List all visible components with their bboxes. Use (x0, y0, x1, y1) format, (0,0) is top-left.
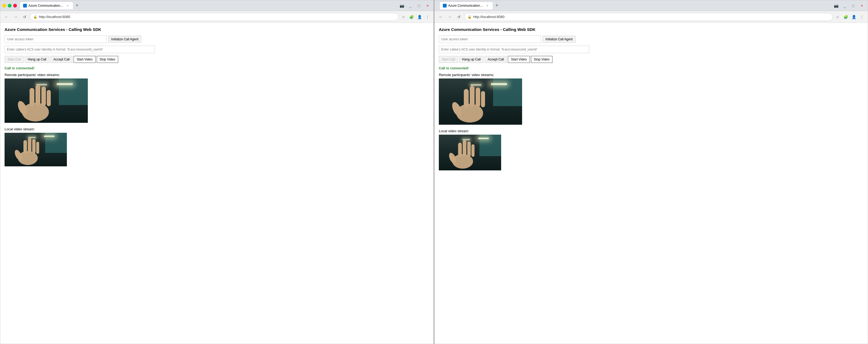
tab-close-left[interactable]: × (65, 3, 70, 8)
maximize-win-right[interactable]: □ (849, 2, 857, 9)
callee-row-right (439, 46, 863, 53)
svg-rect-4 (41, 87, 46, 106)
page-title-right: Azure Communication Services - Calling W… (439, 27, 863, 32)
token-input-left[interactable] (5, 35, 106, 43)
address-text-left: http://localhost:8080 (39, 15, 395, 19)
minimize-button-left[interactable] (2, 4, 6, 7)
hand-svg-wrapper-local-left (5, 133, 67, 166)
svg-rect-12 (28, 138, 31, 153)
address-text-right: http://localhost:8080 (473, 15, 829, 19)
accept-call-button-left[interactable]: Accept Call (51, 56, 73, 63)
menu-button-right[interactable]: ⋮ (858, 13, 866, 21)
bookmark-button-right[interactable]: ☆ (834, 13, 841, 21)
tab-bar-left: Azure Communication Servi... × + (20, 2, 397, 9)
callee-input-right[interactable] (439, 46, 589, 53)
address-bar-left[interactable]: 🔒 http://localhost:8080 (30, 13, 399, 21)
hang-up-button-left[interactable]: Hang up Call (25, 56, 49, 63)
back-button-right[interactable]: ← (437, 13, 445, 21)
minimize-win-right[interactable]: _ (841, 2, 848, 9)
close-button-left[interactable] (13, 4, 17, 7)
start-video-button-right[interactable]: Start Video (508, 56, 530, 63)
action-buttons-left: Start Call Hang up Call Accept Call Star… (5, 56, 429, 63)
callee-input-left[interactable] (5, 46, 155, 53)
hang-up-button-right[interactable]: Hang up Call (459, 56, 484, 63)
svg-rect-28 (467, 142, 470, 157)
reload-button-right[interactable]: ↺ (455, 13, 463, 21)
svg-rect-5 (47, 90, 51, 106)
nav-bar-right: ← → ↺ 🔒 http://localhost:8080 ☆ 🧩 👤 ⋮ (435, 11, 868, 23)
profile-button-right[interactable]: 👤 (850, 13, 858, 21)
minimize-win-left[interactable]: _ (407, 2, 414, 9)
reload-button-left[interactable]: ↺ (21, 13, 29, 21)
tab-favicon-left (23, 4, 27, 7)
profile-button-left[interactable]: 👤 (416, 13, 423, 21)
forward-button-left[interactable]: → (11, 13, 20, 21)
remote-label-left: Remote participants' video streams: (5, 73, 429, 77)
bookmark-button-left[interactable]: ☆ (400, 13, 407, 21)
accept-call-button-right[interactable]: Accept Call (485, 56, 507, 63)
camera-icon-left[interactable]: 📷 (398, 2, 406, 9)
tab-close-right[interactable]: × (485, 3, 490, 8)
window-controls-left (2, 4, 17, 7)
stop-video-button-right[interactable]: Stop Video (531, 56, 553, 63)
close-win-left[interactable]: × (424, 2, 431, 9)
chrome-icons-left: 📷 _ □ × (398, 2, 431, 9)
forward-button-right[interactable]: → (446, 13, 454, 21)
lock-icon-left: 🔒 (33, 15, 37, 19)
active-tab-left[interactable]: Azure Communication Servi... × (20, 2, 73, 9)
maximize-button-left[interactable] (8, 4, 11, 7)
new-tab-button-left[interactable]: + (73, 2, 81, 9)
svg-rect-3 (35, 85, 40, 106)
remote-video-content-left (5, 79, 88, 123)
svg-rect-11 (23, 140, 27, 154)
svg-rect-29 (471, 144, 474, 157)
close-win-right[interactable]: × (858, 2, 866, 9)
address-bar-right[interactable]: 🔒 http://localhost:8080 (464, 13, 833, 21)
lock-icon-right: 🔒 (468, 15, 472, 19)
remote-label-right: Remote participants' video streams: (439, 73, 863, 77)
hand-svg-wrapper-local-right (439, 135, 501, 170)
page-title-left: Azure Communication Services - Calling W… (5, 27, 429, 32)
title-bar-left: Azure Communication Servi... × + 📷 _ □ × (0, 0, 433, 11)
browser-window-right: Azure Communication Servi... × + 📷 _ □ ×… (434, 0, 868, 344)
init-call-agent-button-left[interactable]: Initialize Call Agent (108, 36, 141, 43)
new-tab-button-right[interactable]: + (493, 2, 501, 9)
token-row-right: Initialize Call Agent (439, 35, 863, 43)
back-button-left[interactable]: ← (2, 13, 10, 21)
token-input-right[interactable] (439, 35, 541, 43)
tab-bar-right: Azure Communication Servi... × + (439, 2, 831, 9)
start-call-button-right[interactable]: Start Call (439, 56, 458, 63)
svg-rect-2 (30, 88, 34, 107)
svg-rect-19 (476, 88, 480, 107)
local-label-right: Local video stream: (439, 129, 863, 133)
stop-video-button-left[interactable]: Stop Video (97, 56, 118, 63)
extensions-button-right[interactable]: 🧩 (842, 13, 849, 21)
remote-video-right (439, 79, 522, 125)
start-video-button-left[interactable]: Start Video (73, 56, 95, 63)
extensions-button-left[interactable]: 🧩 (408, 13, 415, 21)
local-video-content-left (5, 133, 67, 166)
svg-rect-17 (464, 89, 469, 108)
remote-video-content-right (439, 79, 522, 125)
chrome-icons-right: 📷 _ □ × (832, 2, 866, 9)
init-call-agent-button-right[interactable]: Initialize Call Agent (542, 36, 576, 43)
svg-rect-20 (481, 91, 485, 107)
svg-rect-18 (470, 86, 474, 107)
maximize-win-left[interactable]: □ (415, 2, 423, 9)
svg-rect-27 (462, 140, 466, 156)
start-call-button-left[interactable]: Start Call (5, 56, 24, 63)
remote-video-left (5, 79, 88, 123)
hand-icon-local-right (444, 136, 486, 169)
active-tab-right[interactable]: Azure Communication Servi... × (439, 2, 493, 9)
nav-right-icons-left: ☆ 🧩 👤 ⋮ (400, 13, 431, 21)
nav-bar-left: ← → ↺ 🔒 http://localhost:8080 ☆ 🧩 👤 ⋮ (0, 11, 433, 23)
token-row-left: Initialize Call Agent (5, 35, 429, 43)
tab-title-right: Azure Communication Servi... (448, 4, 484, 7)
menu-button-left[interactable]: ⋮ (424, 13, 431, 21)
hand-svg-wrapper-left (5, 79, 88, 123)
local-video-content-right (439, 135, 501, 170)
browser-window-left: Azure Communication Servi... × + 📷 _ □ ×… (0, 0, 434, 344)
action-buttons-right: Start Call Hang up Call Accept Call Star… (439, 56, 863, 63)
svg-rect-26 (458, 143, 462, 157)
cam-icon-right[interactable]: 📷 (832, 2, 840, 9)
